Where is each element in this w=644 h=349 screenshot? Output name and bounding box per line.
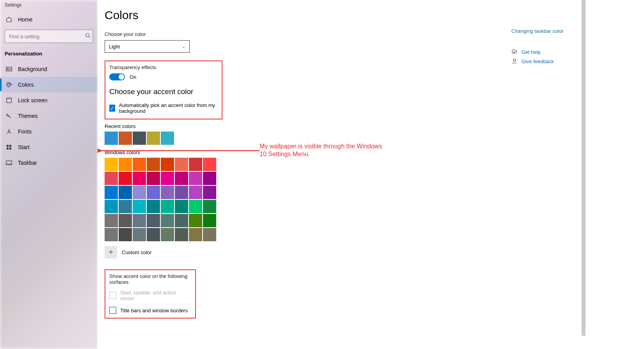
link-changing-taskbar-color[interactable]: Changing taskbar color bbox=[511, 28, 585, 34]
windows-color-swatch[interactable] bbox=[105, 214, 118, 227]
windows-color-swatch[interactable] bbox=[175, 186, 188, 199]
windows-color-swatch[interactable] bbox=[119, 214, 132, 227]
windows-color-swatch[interactable] bbox=[175, 228, 188, 241]
start-icon bbox=[5, 144, 12, 151]
windows-color-swatch[interactable] bbox=[203, 158, 216, 171]
windows-color-swatch[interactable] bbox=[175, 172, 188, 185]
windows-color-swatch[interactable] bbox=[119, 200, 132, 213]
give-feedback-link[interactable]: Give feedback bbox=[521, 59, 554, 64]
windows-color-swatch[interactable] bbox=[147, 172, 160, 185]
search-input[interactable] bbox=[5, 30, 93, 43]
windows-color-swatch[interactable] bbox=[203, 172, 216, 185]
svg-rect-1 bbox=[6, 67, 12, 71]
recent-color-swatch[interactable] bbox=[161, 132, 174, 145]
home-label: Home bbox=[18, 16, 32, 23]
windows-color-swatch[interactable] bbox=[105, 228, 118, 241]
lockscreen-icon bbox=[5, 97, 12, 104]
custom-color-button[interactable]: + bbox=[105, 246, 117, 258]
sidebar-item-label: Fonts bbox=[18, 128, 32, 135]
windows-color-swatch[interactable] bbox=[161, 228, 174, 241]
windows-color-swatch[interactable] bbox=[147, 200, 160, 213]
fonts-icon bbox=[5, 128, 12, 135]
windows-color-swatch[interactable] bbox=[147, 158, 160, 171]
recent-color-swatch[interactable] bbox=[147, 132, 160, 145]
image-icon bbox=[5, 66, 12, 73]
windows-color-swatch[interactable] bbox=[105, 158, 118, 171]
windows-color-swatch[interactable] bbox=[161, 158, 174, 171]
windows-color-swatch[interactable] bbox=[147, 214, 160, 227]
windows-color-swatch[interactable] bbox=[161, 200, 174, 213]
windows-color-swatch[interactable] bbox=[189, 186, 202, 199]
windows-color-swatch[interactable] bbox=[147, 186, 160, 199]
windows-color-swatch[interactable] bbox=[203, 214, 216, 227]
sidebar-item-lock-screen[interactable]: Lock screen bbox=[0, 93, 98, 108]
themes-icon bbox=[5, 112, 12, 119]
palette-icon bbox=[5, 81, 12, 88]
windows-color-swatch[interactable] bbox=[133, 228, 146, 241]
windows-color-swatch[interactable] bbox=[161, 186, 174, 199]
svg-point-3 bbox=[7, 84, 8, 85]
search-icon[interactable] bbox=[85, 33, 91, 40]
windows-color-swatch[interactable] bbox=[189, 172, 202, 185]
windows-color-swatch[interactable] bbox=[161, 214, 174, 227]
windows-color-swatch[interactable] bbox=[175, 158, 188, 171]
windows-color-swatch[interactable] bbox=[119, 186, 132, 199]
svg-rect-11 bbox=[9, 148, 11, 150]
get-help-link[interactable]: Get help bbox=[521, 49, 541, 55]
recent-color-swatch[interactable] bbox=[105, 132, 118, 145]
windows-color-swatch[interactable] bbox=[105, 186, 118, 199]
recent-color-swatch[interactable] bbox=[119, 132, 132, 145]
scrollbar-thumb[interactable] bbox=[582, 0, 585, 336]
windows-color-swatch[interactable] bbox=[133, 158, 146, 171]
sidebar: Settings Home Personalization Background… bbox=[0, 0, 98, 349]
windows-color-swatch[interactable] bbox=[203, 200, 216, 213]
annotation-highlight-box-2: Show accent color on the following surfa… bbox=[105, 269, 196, 319]
choose-color-value: Light bbox=[109, 44, 120, 50]
transparency-toggle[interactable] bbox=[109, 73, 125, 80]
windows-color-swatch[interactable] bbox=[133, 172, 146, 185]
outer-right-margin bbox=[585, 0, 644, 349]
windows-color-swatch[interactable] bbox=[203, 186, 216, 199]
windows-color-swatch[interactable] bbox=[105, 200, 118, 213]
sidebar-item-background[interactable]: Background bbox=[0, 61, 98, 77]
sidebar-item-label: Taskbar bbox=[18, 160, 37, 166]
windows-color-swatch[interactable] bbox=[175, 200, 188, 213]
transparency-state: On bbox=[130, 74, 136, 80]
windows-color-swatch[interactable] bbox=[119, 228, 132, 241]
recent-color-swatch[interactable] bbox=[133, 132, 146, 145]
sidebar-item-colors[interactable]: Colors bbox=[0, 77, 98, 93]
windows-color-swatch[interactable] bbox=[119, 172, 132, 185]
transparency-label: Transparency effects bbox=[109, 64, 218, 70]
windows-color-swatch[interactable] bbox=[175, 214, 188, 227]
sidebar-item-taskbar[interactable]: Taskbar bbox=[0, 155, 98, 171]
auto-pick-label: Automatically pick an accent color from … bbox=[119, 102, 218, 114]
windows-color-swatch[interactable] bbox=[147, 228, 160, 241]
windows-color-swatch[interactable] bbox=[161, 172, 174, 185]
windows-color-swatch[interactable] bbox=[189, 200, 202, 213]
windows-color-swatch[interactable] bbox=[133, 186, 146, 199]
windows-color-swatch[interactable] bbox=[119, 158, 132, 171]
surface-start-checkbox bbox=[109, 292, 116, 299]
main-panel: Colors Choose your color Light ⌄ Transpa… bbox=[98, 0, 582, 349]
auto-pick-checkbox[interactable]: ✓ bbox=[109, 105, 115, 112]
page-title: Colors bbox=[105, 9, 582, 22]
custom-color-label: Custom color bbox=[122, 249, 152, 255]
surface-titlebar-checkbox[interactable] bbox=[109, 307, 116, 314]
home-button[interactable]: Home bbox=[0, 12, 98, 27]
windows-color-swatch[interactable] bbox=[189, 158, 202, 171]
windows-color-swatch[interactable] bbox=[133, 214, 146, 227]
windows-color-swatch[interactable] bbox=[189, 214, 202, 227]
chevron-down-icon: ⌄ bbox=[182, 44, 185, 49]
sidebar-item-start[interactable]: Start bbox=[0, 139, 98, 155]
choose-color-select[interactable]: Light ⌄ bbox=[105, 40, 190, 53]
svg-rect-9 bbox=[9, 145, 11, 147]
windows-color-swatch[interactable] bbox=[203, 228, 216, 241]
windows-color-swatch[interactable] bbox=[189, 228, 202, 241]
windows-color-swatch[interactable] bbox=[105, 172, 118, 185]
sidebar-item-fonts[interactable]: Fonts bbox=[0, 124, 98, 139]
sidebar-item-themes[interactable]: Themes bbox=[0, 108, 98, 124]
search-container bbox=[0, 30, 98, 43]
choose-color-label: Choose your color bbox=[105, 31, 582, 37]
windows-color-swatch[interactable] bbox=[133, 200, 146, 213]
feedback-icon bbox=[511, 58, 518, 64]
